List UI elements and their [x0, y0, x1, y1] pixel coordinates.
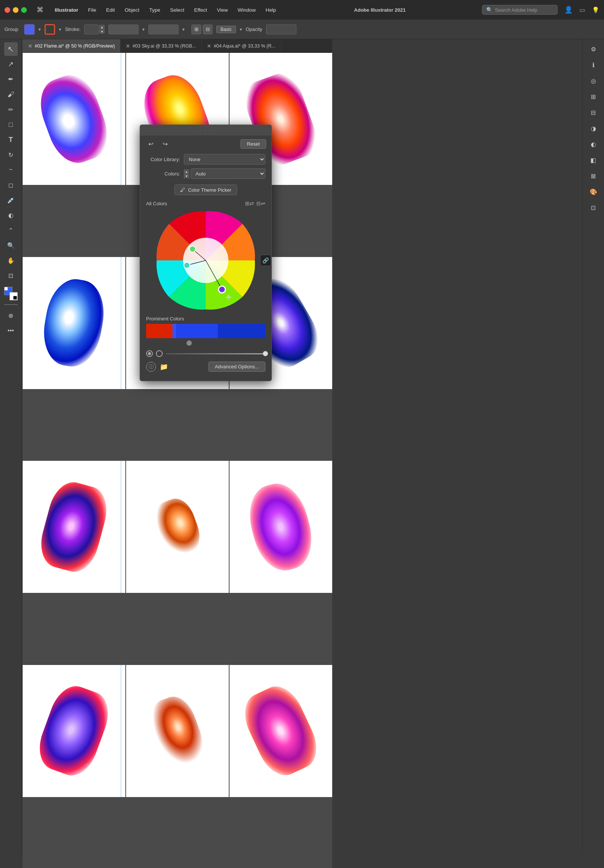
menu-object[interactable]: Object	[123, 6, 141, 14]
canvas-cell-12	[230, 665, 332, 797]
hand-tool[interactable]: ✋	[4, 254, 18, 267]
stroke-swatch-dropdown[interactable]: ▾	[59, 27, 61, 32]
change-screen-mode[interactable]: ⊕	[4, 309, 18, 322]
smooth-tool[interactable]: ~	[4, 163, 18, 177]
menu-effect[interactable]: Effect	[193, 6, 208, 14]
brush-libraries-btn[interactable]: ◎	[587, 74, 600, 88]
direct-select-tool[interactable]: ↗	[4, 57, 18, 71]
info-circle-button[interactable]: ⓘ	[146, 362, 156, 372]
menu-help[interactable]: Help	[264, 6, 278, 14]
stroke-cap-dropdown[interactable]: ▾	[182, 27, 185, 32]
stroke-up-btn[interactable]: ▲	[99, 25, 104, 29]
menu-view[interactable]: View	[215, 6, 229, 14]
grid-view-btn[interactable]: ⊞⇄	[245, 200, 254, 206]
colors-down-btn[interactable]: ▼	[184, 174, 189, 178]
distribute-btn[interactable]: ⊟	[203, 25, 213, 34]
style-tag[interactable]: Basic	[216, 26, 236, 33]
more-tools[interactable]: •••	[4, 324, 18, 337]
stroke-cap-preview[interactable]	[148, 25, 179, 34]
eraser-tool[interactable]: ◻	[4, 178, 18, 192]
color-swatches-widget[interactable]	[4, 287, 18, 301]
pathfinder-btn[interactable]: ⊟	[587, 106, 600, 119]
adjust-btn[interactable]: ⊟⇌	[256, 200, 266, 206]
pencil-tool[interactable]: ✏	[4, 103, 18, 116]
select-tool[interactable]: ↖	[4, 42, 18, 56]
artwork-4	[38, 275, 109, 371]
type-tool[interactable]: T	[4, 133, 18, 146]
dialog-drag-handle[interactable]: · · · · ·	[140, 125, 272, 135]
colors-select[interactable]: Auto	[191, 168, 266, 179]
artboard-tool[interactable]: ⊡	[4, 269, 18, 282]
menu-edit[interactable]: Edit	[104, 6, 116, 14]
color-library-select[interactable]: None	[184, 154, 266, 164]
radio-left[interactable]	[146, 350, 153, 357]
artwork-7	[35, 477, 113, 576]
gradient-tool[interactable]: ◐	[4, 208, 18, 222]
stroke-dropdown-icon[interactable]: ▾	[142, 27, 144, 32]
panel-icon[interactable]: ▭	[579, 6, 585, 14]
reshape-tool[interactable]: ↻	[4, 148, 18, 161]
brush-tool[interactable]: 🖌	[4, 88, 18, 101]
fill-dropdown-icon[interactable]: ▾	[39, 27, 41, 32]
eyedropper-tool[interactable]: 💉	[4, 193, 18, 207]
colors-up-btn[interactable]: ▲	[184, 169, 189, 174]
zoom-tool[interactable]: 🔍	[4, 239, 18, 252]
reset-button[interactable]: Reset	[241, 139, 266, 149]
tab-flame-close[interactable]: ✕	[28, 43, 33, 49]
tab-sky[interactable]: ✕ #03 Sky.ai @ 33,33 % (RGB...	[120, 39, 202, 53]
search-box[interactable]: 🔍 Search Adobe Help	[482, 5, 557, 15]
menu-window[interactable]: Window	[236, 6, 257, 14]
color-wheel[interactable]: 🔗 ✛	[155, 209, 257, 312]
blend-tool[interactable]: ⌃	[4, 223, 18, 237]
color-theme-picker-button[interactable]: 🖊 Color Theme Picker	[174, 184, 237, 195]
minimize-button[interactable]	[13, 7, 19, 13]
app-name-menu[interactable]: Illustrator	[53, 6, 80, 14]
svg-point-8	[219, 286, 225, 293]
artboard-panel-btn[interactable]: ⊡	[587, 201, 600, 214]
toolbar: Group ▾ ▾ Stroke: ▲ ▼ ▾ ▾ ⊞ ⊟ Basic ▾ Op…	[0, 20, 604, 39]
menu-select[interactable]: Select	[169, 6, 186, 14]
undo-button[interactable]: ↩	[145, 138, 156, 149]
bar-marker	[186, 340, 192, 346]
canvas-cell-4	[23, 257, 125, 389]
profile-icon[interactable]: 👤	[564, 6, 573, 14]
tab-aqua[interactable]: ✕ #04 Aqua.ai* @ 33,33 % (R...	[202, 39, 281, 53]
maximize-button[interactable]	[21, 7, 27, 13]
menu-file[interactable]: File	[87, 6, 98, 14]
tab-aqua-close[interactable]: ✕	[207, 43, 211, 49]
align-btn[interactable]: ⊞	[191, 25, 201, 34]
slider-track[interactable]	[166, 353, 266, 354]
info-btn[interactable]: ℹ	[587, 58, 600, 72]
opacity-field[interactable]	[266, 25, 297, 34]
tab-flame[interactable]: ✕ #02 Flame.ai* @ 50 % (RGB/Preview)	[23, 39, 120, 53]
colors-label: Colors:	[146, 171, 180, 177]
folder-button[interactable]: 📁	[160, 363, 168, 371]
align-panel-btn[interactable]: ⊠	[587, 169, 600, 183]
stroke-width-input[interactable]	[84, 25, 99, 34]
radio-right[interactable]	[156, 350, 163, 357]
prominent-colors-label: Prominent Colors	[146, 316, 266, 322]
menu-type[interactable]: Type	[148, 6, 161, 14]
search-icon: 🔍	[486, 7, 493, 13]
gradient-panel-btn[interactable]: ◐	[587, 137, 600, 151]
close-button[interactable]	[5, 7, 10, 13]
transparency-btn[interactable]: ◧	[587, 153, 600, 167]
redo-button[interactable]: ↪	[160, 138, 170, 149]
stroke-style-preview[interactable]	[108, 25, 138, 34]
bulb-icon[interactable]: 💡	[592, 6, 599, 14]
slider-thumb[interactable]	[263, 351, 268, 356]
tab-sky-close[interactable]: ✕	[126, 43, 130, 49]
pen-tool[interactable]: ✒	[4, 73, 18, 86]
link-harmony-button[interactable]: 🔗	[260, 255, 271, 266]
shape-tool[interactable]: □	[4, 118, 18, 131]
swatches-btn[interactable]: 🎨	[587, 185, 600, 198]
advanced-options-button[interactable]: Advanced Options...	[208, 361, 266, 372]
style-dropdown-icon[interactable]: ▾	[240, 27, 242, 32]
transform-btn[interactable]: ⊞	[587, 90, 600, 104]
stroke-color-swatch[interactable]	[45, 24, 55, 35]
appear-btn[interactable]: ◑	[587, 121, 600, 135]
properties-btn[interactable]: ⚙	[587, 42, 600, 56]
divider	[4, 304, 18, 305]
fill-color-swatch[interactable]	[24, 24, 35, 35]
stroke-down-btn[interactable]: ▼	[99, 29, 104, 34]
